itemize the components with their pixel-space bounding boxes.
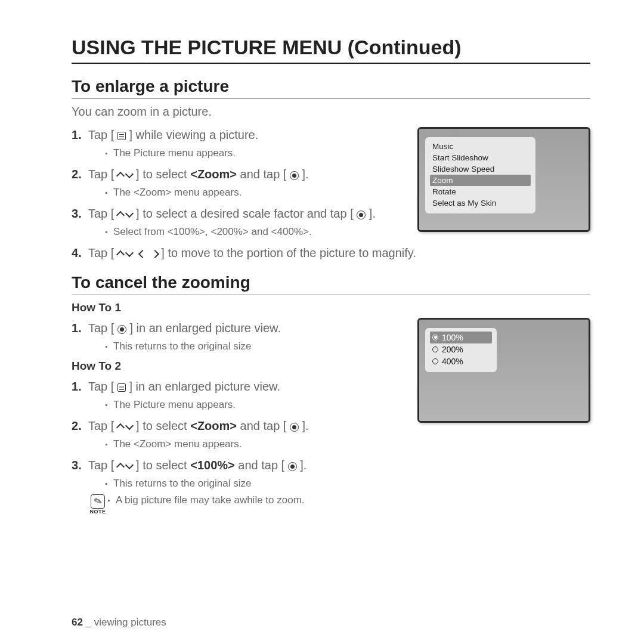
- chevron-up-icon: [116, 250, 125, 259]
- howto2-step1-sub: The Picture menu appears.: [105, 398, 405, 412]
- howto2-label: How To 2: [72, 360, 405, 373]
- menu-item: Rotate: [430, 186, 531, 197]
- page-title: USING THE PICTURE MENU (Continued): [72, 36, 590, 64]
- menu-item: Start Slideshow: [430, 152, 531, 163]
- chevron-left-icon: [138, 250, 147, 258]
- menu-item: Slideshow Speed: [430, 163, 531, 175]
- ok-icon: [290, 423, 299, 432]
- howto2-step2-sub: The <Zoom> menu appears.: [105, 438, 405, 451]
- menu-item: Music: [430, 141, 531, 152]
- chevron-down-icon: [125, 249, 134, 257]
- chevron-up-icon: [116, 172, 125, 180]
- chevron-up-icon: [116, 423, 125, 432]
- menu-icon: [117, 383, 126, 392]
- howto2-step3: Tap [ ] to select <100%> and tap [ ]. Th…: [72, 457, 405, 491]
- section1-intro: You can zoom in a picture.: [72, 105, 590, 119]
- s1-step1-sub: The Picture menu appears.: [105, 147, 405, 160]
- ok-icon: [290, 171, 299, 180]
- chevron-up-icon: [116, 463, 125, 471]
- radio-icon: [432, 335, 438, 340]
- menu-icon: [117, 132, 126, 140]
- chevron-up-icon: [116, 211, 125, 219]
- howto1-label: How To 1: [72, 301, 405, 314]
- howto1-step1-sub: This returns to the original size: [105, 340, 405, 354]
- zoom-option: 400%: [430, 355, 492, 367]
- ok-icon: [117, 325, 126, 334]
- section-heading-enlarge: To enlarge a picture: [72, 77, 590, 99]
- chevron-down-icon: [125, 422, 134, 430]
- page-footer: 62 _ viewing pictures: [72, 617, 166, 628]
- chevron-down-icon: [125, 209, 134, 218]
- device-screenshot-menu: Music Start Slideshow Slideshow Speed Zo…: [417, 127, 590, 232]
- note-icon: ✎ NOTE: [88, 494, 107, 515]
- s1-step1: Tap [ ] while viewing a picture. The Pic…: [72, 127, 405, 160]
- howto2-step1: Tap [ ] in an enlarged picture view. The…: [72, 379, 405, 412]
- chevron-right-icon: [151, 250, 159, 258]
- zoom-menu-popup: 100% 200% 400%: [425, 328, 497, 372]
- radio-icon: [432, 358, 438, 364]
- picture-menu-popup: Music Start Slideshow Slideshow Speed Zo…: [425, 137, 535, 213]
- howto1-step1: Tap [ ] in an enlarged picture view. Thi…: [72, 320, 405, 354]
- chevron-down-icon: [125, 461, 134, 469]
- ok-icon: [288, 462, 297, 471]
- howto2-step3-sub: This returns to the original size: [105, 477, 405, 491]
- chevron-down-icon: [125, 170, 134, 178]
- device-screenshot-zoom: 100% 200% 400%: [417, 318, 590, 423]
- menu-item: Select as My Skin: [430, 197, 531, 209]
- note-text: A big picture file may take awhile to zo…: [112, 494, 305, 506]
- menu-item-selected: Zoom: [430, 175, 531, 186]
- ok-icon: [357, 210, 366, 219]
- zoom-option: 200%: [430, 343, 492, 355]
- zoom-option-selected: 100%: [430, 332, 492, 343]
- howto2-step2: Tap [ ] to select <Zoom> and tap [ ]. Th…: [72, 418, 405, 451]
- section-heading-cancel: To cancel the zooming: [72, 273, 590, 295]
- s1-step3-sub: Select from <100%>, <200%> and <400%>.: [105, 225, 405, 239]
- radio-icon: [432, 346, 438, 352]
- s1-step2: Tap [ ] to select <Zoom> and tap [ ]. Th…: [72, 166, 405, 200]
- s1-step3: Tap [ ] to select a desired scale factor…: [72, 206, 405, 239]
- s1-step2-sub: The <Zoom> menu appears.: [105, 186, 405, 200]
- s1-step4: Tap [ ] to move to the portion of the pi…: [72, 245, 561, 261]
